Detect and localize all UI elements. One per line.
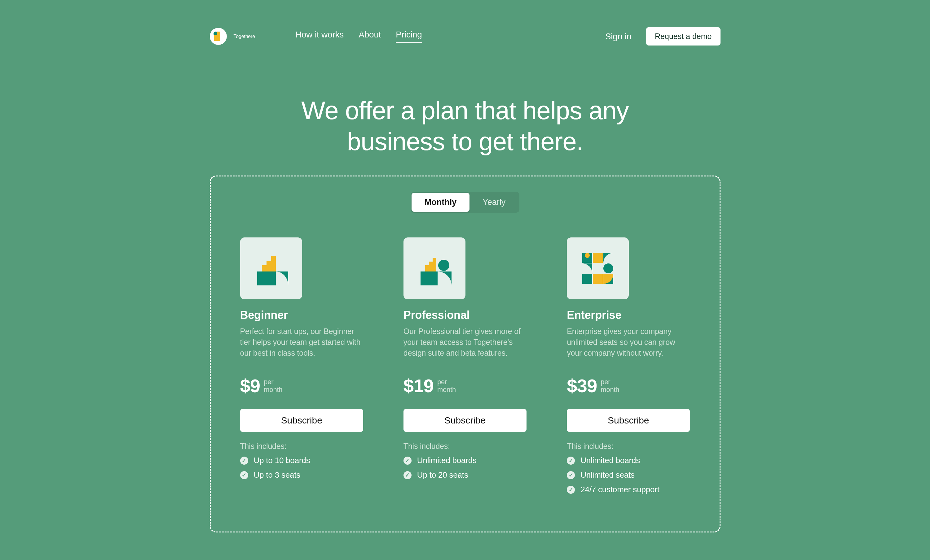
sign-in-link[interactable]: Sign in <box>605 32 631 41</box>
plan-beginner-price: $9 <box>240 375 260 397</box>
list-item: ✓ Up to 10 boards <box>240 456 363 465</box>
list-item: ✓ Up to 20 seats <box>403 470 527 480</box>
plan-enterprise-name: Enterprise <box>567 308 690 322</box>
headline-line-2: business to get there. <box>347 127 583 155</box>
svg-rect-2 <box>266 261 271 272</box>
svg-rect-17 <box>582 274 592 284</box>
feature-text: Up to 10 boards <box>254 456 310 465</box>
svg-rect-0 <box>257 272 276 285</box>
check-icon: ✓ <box>567 471 575 479</box>
request-demo-button[interactable]: Request a demo <box>646 27 720 46</box>
brand[interactable]: Togethere <box>210 28 255 45</box>
plan-professional-includes-label: This includes: <box>403 442 527 451</box>
svg-rect-1 <box>262 265 266 272</box>
check-icon: ✓ <box>567 457 575 465</box>
plan-professional-feature-list: ✓ Unlimited boards ✓ Up to 20 seats <box>403 456 527 480</box>
billing-toggle: Monthly Yearly <box>411 192 520 213</box>
top-nav: Togethere How it works About Pricing Sig… <box>210 27 721 46</box>
list-item: ✓ Up to 3 seats <box>240 470 363 480</box>
billing-toggle-yearly[interactable]: Yearly <box>470 193 519 212</box>
plan-professional-name: Professional <box>403 308 527 322</box>
feature-text: 24/7 customer support <box>580 485 659 494</box>
feature-text: Up to 3 seats <box>254 470 300 480</box>
svg-rect-9 <box>433 258 436 272</box>
feature-text: Unlimited seats <box>580 470 635 480</box>
svg-point-11 <box>585 253 590 258</box>
plan-professional: Professional Our Professional tier gives… <box>403 238 527 494</box>
plan-professional-price: $19 <box>403 375 434 397</box>
svg-rect-8 <box>429 262 433 272</box>
headline-line-1: We offer a plan that helps any <box>301 96 628 124</box>
check-icon: ✓ <box>403 457 411 465</box>
nav-link-about[interactable]: About <box>359 30 381 43</box>
plan-beginner-icon <box>240 238 302 299</box>
brand-logo-icon <box>210 28 227 45</box>
page-headline: We offer a plan that helps any business … <box>210 95 721 157</box>
plan-beginner-feature-list: ✓ Up to 10 boards ✓ Up to 3 seats <box>240 456 363 480</box>
plan-beginner-subscribe-button[interactable]: Subscribe <box>240 409 363 432</box>
plan-beginner-includes-label: This includes: <box>240 442 363 451</box>
check-icon: ✓ <box>240 471 248 479</box>
plan-professional-icon <box>403 238 465 299</box>
svg-rect-7 <box>425 265 429 272</box>
plan-enterprise-price: $39 <box>567 375 597 397</box>
svg-rect-19 <box>595 276 601 282</box>
plan-enterprise-includes-label: This includes: <box>567 442 690 451</box>
pricing-box: Monthly Yearly Beginner <box>210 175 721 532</box>
svg-rect-12 <box>593 253 603 263</box>
nav-actions: Sign in Request a demo <box>605 27 721 46</box>
svg-point-16 <box>604 264 613 273</box>
brand-name: Togethere <box>234 34 255 39</box>
plan-beginner-per: per month <box>264 378 282 393</box>
plan-enterprise-feature-list: ✓ Unlimited boards ✓ Unlimited seats ✓ 2… <box>567 456 690 494</box>
plan-professional-per: per month <box>437 378 456 393</box>
nav-link-pricing[interactable]: Pricing <box>396 30 422 43</box>
feature-text: Unlimited boards <box>417 456 477 465</box>
plan-beginner: Beginner Perfect for start ups, our Begi… <box>240 238 363 494</box>
check-icon: ✓ <box>240 457 248 465</box>
svg-rect-3 <box>271 256 276 272</box>
list-item: ✓ Unlimited seats <box>567 470 690 480</box>
feature-text: Unlimited boards <box>580 456 640 465</box>
plan-professional-desc: Our Professional tier gives more of your… <box>403 326 527 359</box>
svg-point-6 <box>438 260 450 271</box>
feature-text: Up to 20 seats <box>417 470 468 480</box>
plan-enterprise-desc: Enterprise gives your company unlimited … <box>567 326 690 359</box>
list-item: ✓ Unlimited boards <box>567 456 690 465</box>
check-icon: ✓ <box>403 471 411 479</box>
plan-enterprise: Enterprise Enterprise gives your company… <box>567 238 690 494</box>
svg-rect-15 <box>593 264 603 273</box>
list-item: ✓ 24/7 customer support <box>567 485 690 494</box>
billing-toggle-monthly[interactable]: Monthly <box>411 193 470 212</box>
plan-beginner-name: Beginner <box>240 308 363 322</box>
nav-link-how-it-works[interactable]: How it works <box>295 30 344 43</box>
list-item: ✓ Unlimited boards <box>403 456 527 465</box>
plan-enterprise-per: per month <box>600 378 619 393</box>
plan-enterprise-icon <box>567 238 629 299</box>
plan-beginner-desc: Perfect for start ups, our Beginner tier… <box>240 326 363 359</box>
svg-rect-4 <box>420 272 437 285</box>
plan-professional-subscribe-button[interactable]: Subscribe <box>403 409 527 432</box>
plan-enterprise-subscribe-button[interactable]: Subscribe <box>567 409 690 432</box>
check-icon: ✓ <box>567 486 575 494</box>
nav-links: How it works About Pricing <box>295 30 422 43</box>
plan-row: Beginner Perfect for start ups, our Begi… <box>240 238 690 494</box>
